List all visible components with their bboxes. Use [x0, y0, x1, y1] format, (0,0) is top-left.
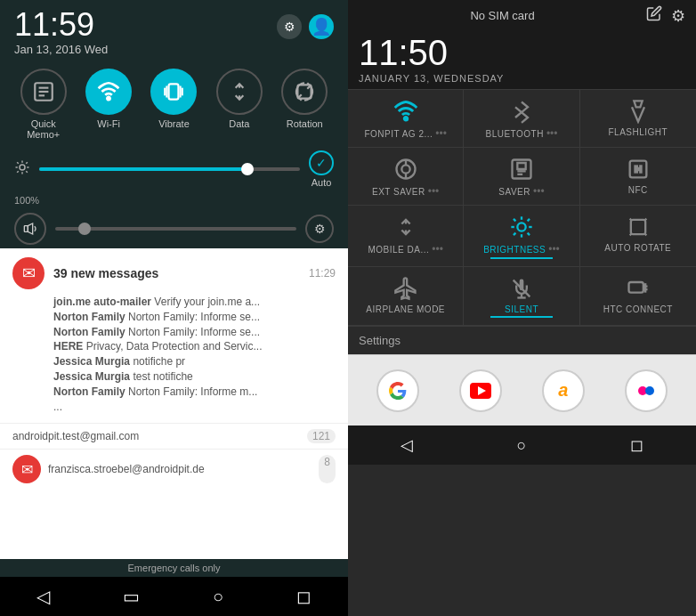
left-status-icons: ⚙ 👤	[277, 14, 334, 39]
qs-nfc-label: NFC	[628, 185, 648, 195]
toggle-vibrate[interactable]: Vibrate	[150, 69, 197, 140]
svg-line-25	[515, 107, 522, 112]
qs-airplane[interactable]: AIRPLANE MODE	[348, 267, 464, 326]
quick-memo-icon	[20, 69, 67, 115]
amazon-app[interactable]: a	[542, 369, 585, 412]
emergency-bar: Emergency calls only	[0, 559, 348, 577]
notif-line-6: Jessica Murgia test notifiche	[12, 369, 336, 385]
settings-link[interactable]: Settings	[348, 326, 696, 354]
toggle-quick-memo[interactable]: QuickMemo+	[20, 69, 67, 140]
notif-count: 121	[307, 429, 336, 443]
settings-icon[interactable]: ⚙	[277, 14, 302, 39]
qs-saver[interactable]: SAVER•••	[464, 148, 579, 206]
right-recents-button[interactable]: ◻	[623, 428, 651, 462]
right-top-bar: No SIM card ⚙	[348, 0, 696, 29]
svg-point-13	[20, 165, 25, 170]
svg-point-4	[107, 97, 109, 100]
right-panel: No SIM card ⚙ 11:50 JANUARY 13, WEDNESDA…	[348, 0, 696, 616]
qs-bt-dots: •••	[546, 127, 558, 140]
qs-wifi[interactable]: Fonpit AG 2...•••	[348, 90, 464, 148]
left-time-group: 11:59 Jan 13, 2016 Wed	[14, 9, 108, 56]
toggle-wifi[interactable]: Wi-Fi	[85, 69, 132, 140]
qs-mobile-dots: •••	[432, 243, 443, 255]
volume-icon	[14, 213, 46, 245]
notif-line-3: Norton Family Norton Family: Informe se.…	[12, 325, 336, 340]
qs-silent[interactable]: SILENT	[464, 267, 579, 326]
multitask-button[interactable]: ◻	[289, 579, 319, 614]
back-button[interactable]: ◁	[29, 579, 57, 614]
qs-ext-saver[interactable]: EXT SAVER•••	[348, 148, 464, 206]
recents-button[interactable]: ▭	[116, 579, 147, 614]
qs-airplane-label: AIRPLANE MODE	[366, 304, 445, 314]
qs-htc-label: HTC CONNECT	[603, 304, 673, 314]
notif-app-icon: ✉	[12, 257, 45, 289]
google-app[interactable]	[376, 369, 419, 412]
qs-saver-dots: •••	[533, 185, 545, 198]
left-panel: 11:59 Jan 13, 2016 Wed ⚙ 👤 QuickMemo+	[0, 0, 348, 616]
toggle-data[interactable]: Data	[216, 69, 263, 140]
svg-line-19	[26, 171, 28, 173]
svg-point-24	[404, 117, 408, 120]
svg-line-45	[528, 219, 530, 221]
qs-htc-connect[interactable]: HTC CONNECT	[580, 267, 696, 326]
notif-email: androidpit.test@gmail.com	[12, 430, 139, 442]
avatar-icon[interactable]: 👤	[309, 14, 334, 39]
qs-nfc[interactable]: NFC	[580, 148, 696, 206]
settings-link-text: Settings	[359, 334, 401, 347]
right-top-icons: ⚙	[646, 5, 685, 26]
qs-wifi-label: Fonpit AG 2...	[364, 129, 433, 139]
notification-card[interactable]: ✉ 39 new messages 11:29 join.me auto-mai…	[0, 248, 348, 424]
qs-brightness-bar	[490, 257, 553, 259]
qs-rotate-label: AUTO ROTATE	[604, 243, 671, 253]
svg-line-20	[17, 171, 19, 173]
volume-slider[interactable]	[55, 227, 296, 231]
qs-brightness-label: BRIGHTNESS	[483, 245, 546, 255]
qs-silent-bar	[490, 316, 553, 318]
svg-line-18	[17, 162, 19, 164]
notif-line-7: Norton Family Norton Family: Informe m..…	[12, 385, 336, 400]
qs-mobile-data[interactable]: MOBILE DA...•••	[348, 206, 464, 267]
qs-bluetooth[interactable]: BLUETOOTH•••	[464, 90, 579, 148]
quick-memo-label: QuickMemo+	[27, 118, 60, 140]
qs-auto-rotate[interactable]: AUTO ROTATE	[580, 206, 696, 267]
qs-wifi-dots: •••	[435, 127, 447, 140]
settings-icon-right[interactable]: ⚙	[671, 6, 685, 26]
vibrate-label: Vibrate	[158, 118, 190, 129]
svg-rect-46	[631, 220, 645, 234]
right-time: 11:50	[359, 33, 685, 73]
edit-icon[interactable]	[646, 5, 662, 26]
right-back-button[interactable]: ◁	[393, 428, 420, 462]
right-home-button[interactable]: ○	[510, 429, 534, 462]
wifi-label: Wi-Fi	[97, 118, 120, 129]
wifi-icon	[85, 69, 132, 115]
notification-area: ✉ 39 new messages 11:29 join.me auto-mai…	[0, 248, 348, 559]
notif-line-4: HERE Privacy, Data Protection and Servic…	[12, 339, 336, 354]
notif-line-2: Norton Family Norton Family: Informe se.…	[12, 310, 336, 325]
qs-bright-dots: •••	[548, 243, 560, 255]
flickr-app[interactable]	[625, 369, 668, 412]
qs-mobile-label: MOBILE DA...	[368, 245, 429, 255]
qs-ext-label: EXT SAVER	[372, 187, 425, 197]
svg-line-42	[514, 219, 515, 221]
toggle-rotation[interactable]: Rotation	[281, 69, 328, 140]
data-icon	[216, 69, 263, 115]
brightness-slider[interactable]	[39, 167, 300, 171]
partial-icon: ✉	[12, 455, 41, 483]
volume-settings-icon[interactable]: ⚙	[305, 215, 334, 243]
no-sim-text: No SIM card	[359, 9, 646, 22]
right-time-row: 11:50 JANUARY 13, WEDNESDAY	[348, 29, 696, 89]
qs-silent-label: SILENT	[505, 304, 538, 314]
volume-row: ⚙	[0, 209, 348, 248]
qs-brightness[interactable]: BRIGHTNESS•••	[464, 206, 579, 267]
svg-line-43	[528, 233, 530, 235]
qs-flashlight[interactable]: FLASHLIGHT	[580, 90, 696, 148]
left-time: 11:59	[14, 9, 108, 41]
notif-header: ✉ 39 new messages 11:29	[12, 257, 336, 289]
notif-partial[interactable]: ✉ franzisca.stroebel@androidpit.de 8	[0, 449, 348, 489]
youtube-app[interactable]	[459, 369, 502, 412]
svg-point-28	[401, 165, 409, 173]
qs-flashlight-label: FLASHLIGHT	[608, 127, 668, 137]
home-button[interactable]: ○	[206, 580, 231, 614]
partial-count: 8	[319, 455, 336, 483]
auto-group: ✓ Auto	[309, 150, 334, 188]
